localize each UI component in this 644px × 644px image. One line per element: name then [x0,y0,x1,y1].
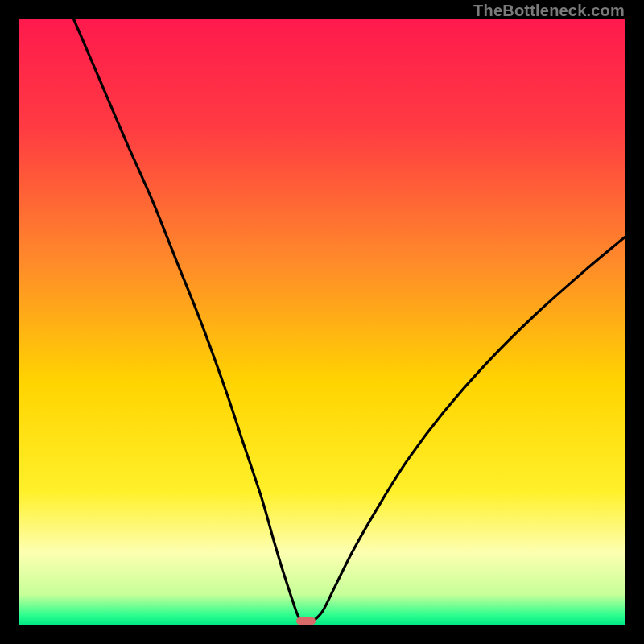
bottleneck-curve [19,19,625,625]
chart-container: TheBottleneck.com [0,0,644,644]
minimum-marker [296,617,316,625]
plot-area [19,19,625,625]
watermark-text: TheBottleneck.com [473,2,625,20]
